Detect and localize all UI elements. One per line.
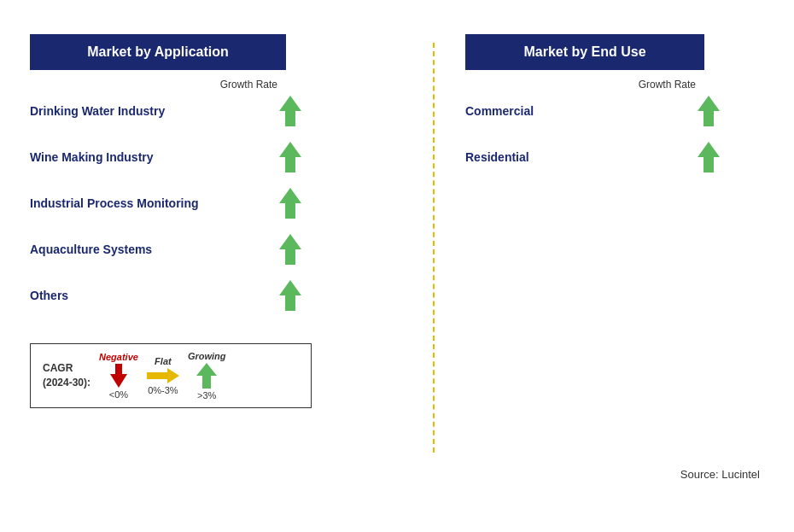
svg-marker-6 [147,368,179,383]
negative-label: Negative [99,352,138,362]
market-label: Industrial Process Monitoring [30,196,226,211]
svg-marker-9 [698,142,720,172]
market-label: Drinking Water Industry [30,103,226,119]
market-row: Industrial Process Monitoring [30,188,303,219]
market-label: Aquaculture Systems [30,242,226,257]
growing-label: Growing [188,351,226,361]
market-row: Others [30,280,303,311]
right-panel-header: Market by End Use [465,34,704,70]
left-panel: Market by Application Growth Rate Drinki… [30,34,440,408]
green-up-arrow-icon [277,96,303,126]
legend-negative: Negative <0% [99,352,138,400]
market-row: Wine Making Industry [30,142,303,172]
svg-marker-3 [279,234,301,265]
svg-marker-5 [110,364,127,388]
market-label: Commercial [465,103,645,119]
svg-marker-7 [196,363,217,389]
market-label: Wine Making Industry [30,149,226,165]
source-label: Source: Lucintel [680,468,760,481]
cagr-label: CAGR(2024-30): [43,361,90,390]
growing-range: >3% [197,390,216,400]
red-down-arrow-icon [109,364,128,388]
right-growth-rate-label: Growth Rate [465,79,704,91]
yellow-right-arrow-icon [147,368,179,383]
svg-marker-4 [279,280,301,311]
market-label: Others [30,288,226,303]
svg-marker-8 [698,96,720,126]
green-up-arrow-legend-icon [196,363,218,389]
market-row: Drinking Water Industry [30,96,303,126]
legend-growing: Growing >3% [188,351,226,400]
svg-marker-1 [279,142,301,172]
svg-marker-0 [279,96,301,126]
green-up-arrow-icon [696,96,721,126]
green-up-arrow-icon [696,142,721,172]
left-growth-rate-label: Growth Rate [30,79,286,91]
green-up-arrow-icon [277,280,303,311]
market-row: Commercial [465,96,721,126]
left-panel-header: Market by Application [30,34,286,70]
divider [433,43,435,453]
legend-box: CAGR(2024-30): Negative <0% Flat 0%-3% G… [30,343,312,408]
market-row: Aquaculture Systems [30,234,303,265]
green-up-arrow-icon [277,188,303,219]
flat-range: 0%-3% [148,385,178,395]
negative-range: <0% [109,389,128,400]
svg-marker-2 [279,188,301,219]
legend-flat: Flat 0%-3% [147,356,179,395]
market-row: Residential [465,142,721,172]
main-container: Market by Application Growth Rate Drinki… [0,0,794,532]
green-up-arrow-icon [277,142,303,172]
green-up-arrow-icon [277,234,303,265]
flat-label: Flat [155,356,172,366]
market-label: Residential [465,149,645,165]
right-panel: Market by End Use Growth Rate Commercial… [440,34,764,188]
